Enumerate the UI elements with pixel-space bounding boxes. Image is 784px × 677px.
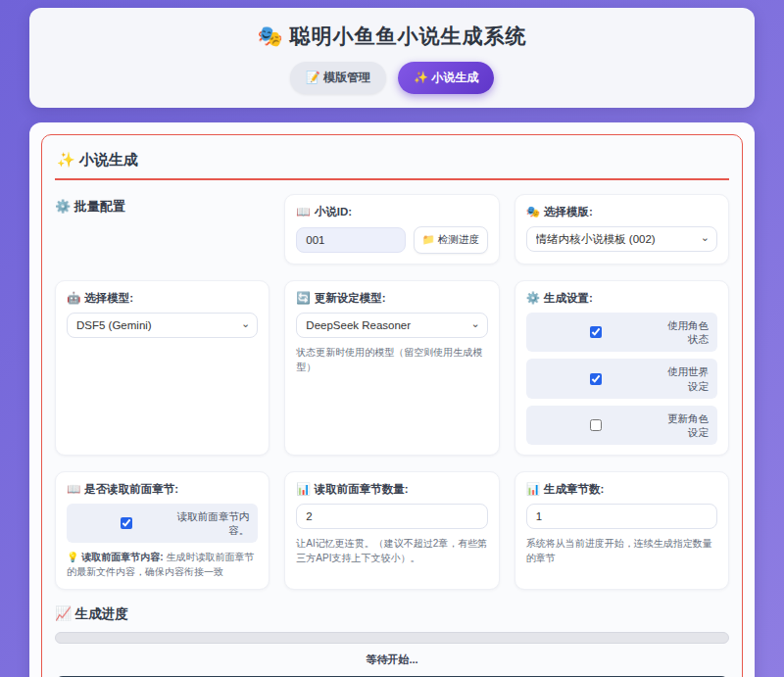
model-label: 🤖选择模型: — [67, 291, 258, 306]
page-title: 🎭聪明小鱼鱼小说生成系统 — [29, 23, 755, 50]
batch-config-label: 批量配置 — [74, 199, 125, 214]
panel-title: ✨ 小说生成 — [55, 147, 729, 180]
model-select-card: 🤖选择模型: DSF5 (Gemini) ⌄ — [55, 280, 270, 456]
update-model-label-text: 更新设定模型: — [315, 292, 386, 304]
main-tabs: 📝 模版管理 ✨ 小说生成 — [29, 62, 755, 94]
panel-title-text: 小说生成 — [79, 151, 138, 168]
bulb-icon: 💡 — [67, 552, 78, 562]
novel-id-label: 📖小说ID: — [296, 205, 487, 219]
chapter-count-card: 📊生成章节数: 系统将从当前进度开始，连续生成指定数量的章节 — [514, 471, 729, 590]
novel-id-label-text: 小说ID: — [315, 206, 352, 218]
progress-title-text: 生成进度 — [75, 606, 128, 621]
sparkles-icon: ✨ — [414, 71, 428, 84]
chapter-count-label-text: 生成章节数: — [544, 483, 604, 495]
progress-title: 📈 生成进度 — [55, 605, 729, 623]
previous-count-card: 📊读取前面章节数量: 让AI记忆更连贯。（建议不超过2章，有些第三方API支持上… — [284, 471, 499, 590]
batch-config-heading: ⚙️ 批量配置 — [55, 194, 270, 265]
update-model-select[interactable]: DeepSeek Reasoner — [296, 313, 487, 338]
template-select[interactable]: 情绪内核小说模板 (002) — [526, 226, 717, 252]
folder-icon: 📁 — [422, 233, 435, 245]
main-panel: ✨ 小说生成 ⚙️ 批量配置 📖小说ID: 📁 检测进度 🎭选择模版: 情绪内核… — [29, 122, 755, 677]
use-world-setting-checkbox[interactable] — [590, 373, 602, 385]
chapter-count-label: 📊生成章节数: — [526, 482, 717, 497]
option-read-previous: 读取前面章节内容。 — [67, 504, 258, 543]
tab-novel-label: 小说生成 — [431, 71, 478, 84]
read-previous-hint: 💡 读取前面章节内容: 生成时读取前面章节的最新文件内容，确保内容衔接一致 — [67, 550, 258, 579]
option-use-character-state: 使用角色状态 — [526, 313, 717, 352]
check-progress-label: 检测进度 — [438, 233, 479, 245]
tab-template-management[interactable]: 📝 模版管理 — [290, 62, 386, 94]
option-use-world-setting: 使用世界设定 — [526, 359, 717, 398]
bar-chart-icon: 📊 — [526, 483, 540, 495]
read-previous-label: 📖是否读取前面章节: — [67, 482, 258, 497]
generation-settings-label: ⚙️生成设置: — [526, 291, 717, 306]
read-previous-hint-strong: 读取前面章节内容: — [81, 552, 163, 562]
refresh-icon: 🔄 — [296, 292, 310, 304]
model-select[interactable]: DSF5 (Gemini) — [67, 313, 258, 338]
update-model-label: 🔄更新设定模型: — [296, 291, 487, 306]
book-icon: 📖 — [67, 483, 80, 495]
generation-progress-bar — [55, 632, 729, 644]
check-progress-button[interactable]: 📁 检测进度 — [414, 226, 488, 254]
use-character-state-checkbox[interactable] — [590, 326, 602, 338]
read-previous-card: 📖是否读取前面章节: 读取前面章节内容。 💡 读取前面章节内容: 生成时读取前面… — [55, 471, 270, 590]
app-header: 🎭聪明小鱼鱼小说生成系统 📝 模版管理 ✨ 小说生成 — [29, 8, 755, 108]
template-label-text: 选择模版: — [544, 206, 593, 218]
progress-status: 等待开始... — [55, 653, 729, 667]
gear-icon: ⚙️ — [526, 292, 540, 304]
model-label-text: 选择模型: — [84, 292, 133, 304]
novel-generation-panel: ✨ 小说生成 ⚙️ 批量配置 📖小说ID: 📁 检测进度 🎭选择模版: 情绪内核… — [41, 134, 743, 677]
bar-chart-icon: 📊 — [296, 483, 310, 495]
memo-icon: 📝 — [306, 71, 320, 84]
read-previous-checkbox[interactable] — [121, 517, 132, 529]
update-character-setting-checkbox[interactable] — [590, 419, 602, 431]
generation-settings-card: ⚙️生成设置: 使用角色状态 使用世界设定 更新角色设定 — [514, 280, 729, 456]
novel-id-input[interactable] — [296, 227, 405, 253]
config-grid: ⚙️ 批量配置 📖小说ID: 📁 检测进度 🎭选择模版: 情绪内核小说模板 (0… — [55, 194, 729, 590]
book-icon: 📖 — [296, 206, 310, 218]
use-world-setting-label: 使用世界设定 — [658, 364, 709, 392]
use-character-state-label: 使用角色状态 — [658, 318, 709, 346]
gear-icon: ⚙️ — [55, 199, 71, 214]
read-previous-option-label: 读取前面章节内容。 — [176, 509, 249, 537]
previous-count-input[interactable] — [296, 504, 487, 529]
previous-count-label: 📊读取前面章节数量: — [296, 482, 487, 497]
robot-icon: 🤖 — [67, 292, 80, 304]
progress-section: 📈 生成进度 等待开始... [16:00:17] 检测到小说 001，当前已生… — [55, 605, 729, 677]
theater-masks-icon: 🎭 — [257, 24, 283, 47]
chart-increasing-icon: 📈 — [55, 606, 72, 621]
read-previous-label-text: 是否读取前面章节: — [84, 483, 178, 495]
update-model-card: 🔄更新设定模型: DeepSeek Reasoner ⌄ 状态更新时使用的模型（… — [284, 280, 499, 456]
novel-id-card: 📖小说ID: 📁 检测进度 — [284, 194, 499, 265]
sparkles-icon: ✨ — [57, 151, 75, 168]
option-update-character-setting: 更新角色设定 — [526, 406, 717, 445]
previous-count-label-text: 读取前面章节数量: — [315, 483, 409, 495]
tab-novel-generation[interactable]: ✨ 小说生成 — [398, 62, 494, 94]
template-label: 🎭选择模版: — [526, 205, 717, 219]
page-title-text: 聪明小鱼鱼小说生成系统 — [290, 24, 527, 47]
chapter-count-hint: 系统将从当前进度开始，连续生成指定数量的章节 — [526, 536, 717, 565]
theater-masks-icon: 🎭 — [526, 206, 540, 218]
chapter-count-input[interactable] — [526, 504, 717, 529]
update-model-hint: 状态更新时使用的模型（留空则使用生成模型） — [296, 345, 487, 374]
generation-settings-label-text: 生成设置: — [544, 292, 593, 304]
template-select-card: 🎭选择模版: 情绪内核小说模板 (002) ⌄ — [514, 194, 729, 265]
previous-count-hint: 让AI记忆更连贯。（建议不超过2章，有些第三方API支持上下文较小）。 — [296, 536, 487, 565]
update-character-setting-label: 更新角色设定 — [658, 411, 709, 439]
tab-template-label: 模版管理 — [323, 71, 370, 84]
